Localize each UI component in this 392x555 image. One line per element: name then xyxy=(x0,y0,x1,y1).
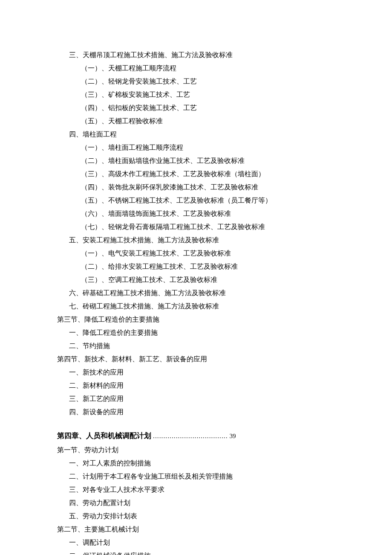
outline-line: （六）、墙面墙毯饰面施工技术、工艺及验收标准 xyxy=(81,207,335,220)
chapter-4-row: 第四章、人员和机械调配计划 ..........................… xyxy=(57,429,335,443)
outline-line: 三、新工艺的应用 xyxy=(69,392,335,405)
outline-line: （四）、铝扣板的安装施工技术、工艺 xyxy=(81,101,335,114)
outline-line: 四、墙柱面工程 xyxy=(69,128,335,141)
outline-line: 二、计划用于本工程各专业施工班组长及相关管理措施 xyxy=(69,470,335,483)
chapter-4-leader-dots: .................................... xyxy=(153,429,228,442)
outline-line: 第一节、劳动力计划 xyxy=(57,443,335,456)
outline-line: 一、降低工程造价的主要措施 xyxy=(69,326,335,339)
outline-line: （一）、天棚工程施工顺序流程 xyxy=(81,61,335,75)
outline-line: 二、节约措施 xyxy=(69,339,335,352)
outline-line: 七、砖砌工程施工技术措施、施工方法及验收标准 xyxy=(69,299,335,313)
outline-line: 四、劳动力配置计划 xyxy=(69,496,335,509)
outline-block-a: 三、天棚吊顶工程施工技术措施、施工方法及验收标准（一）、天棚工程施工顺序流程（二… xyxy=(57,48,335,418)
outline-line: （四）、装饰批灰刷环保乳胶漆施工技术、工艺及验收标准 xyxy=(81,180,335,194)
outline-line: 四、新设备的应用 xyxy=(69,405,335,418)
outline-line: 第二节、主要施工机械计划 xyxy=(57,523,335,536)
outline-line: 三、对各专业工人技术水平要求 xyxy=(69,483,335,496)
outline-line: 一、新技术的应用 xyxy=(69,366,335,379)
outline-line: 五、劳动力安排计划表 xyxy=(69,509,335,523)
outline-line: （二）、墙柱面贴墙毯作业施工技术、工艺及验收标准 xyxy=(81,154,335,167)
outline-line: 一、对工人素质的控制措施 xyxy=(69,456,335,470)
outline-line: 一、调配计划 xyxy=(69,536,335,549)
outline-block-b: 第一节、劳动力计划一、对工人素质的控制措施二、计划用于本工程各专业施工班组长及相… xyxy=(57,443,335,555)
outline-line: （二）、轻钢龙骨安装施工技术、工艺 xyxy=(81,75,335,88)
outline-line: 二、保证机械设备供应措施 xyxy=(69,549,335,555)
outline-line: （五）、不锈钢工程施工技术、工艺及验收标准（员工餐厅等） xyxy=(81,194,335,207)
outline-line: 第四节、新技术、新材料、新工艺、新设备的应用 xyxy=(57,352,335,366)
outline-line: 三、天棚吊顶工程施工技术措施、施工方法及验收标准 xyxy=(69,48,335,61)
outline-line: （五）、天棚工程验收标准 xyxy=(81,114,335,128)
outline-line: （三）、空调工程施工技术、工艺及验收标准 xyxy=(81,273,335,286)
outline-line: （三）、矿棉板安装施工技术、工艺 xyxy=(81,88,335,101)
outline-line: 二、新材料的应用 xyxy=(69,379,335,392)
chapter-4-page-number: 39 xyxy=(230,430,236,442)
outline-line: （一）、电气安装工程施工技术、工艺及验收标准 xyxy=(81,247,335,260)
chapter-4-title: 第四章、人员和机械调配计划 xyxy=(57,429,151,443)
outline-line: 第三节、降低工程造价的主要措施 xyxy=(57,313,335,326)
outline-line: 六、碎基础工程施工技术措施、施工方法及验收标准 xyxy=(69,286,335,299)
outline-line: （七）、轻钢龙骨石膏板隔墙工程施工技术、工艺及验收标准 xyxy=(81,220,335,233)
outline-line: （二）、给排水安装工程施工技术、工艺及验收标准 xyxy=(81,260,335,273)
outline-line: 五、安装工程施工技术措施、施工方法及验收标准 xyxy=(69,233,335,247)
outline-line: （一）、墙柱面工程施工顺序流程 xyxy=(81,141,335,154)
outline-line: （三）、高级木作工程施工技术、工艺及验收标准（墙柱面） xyxy=(81,167,335,180)
